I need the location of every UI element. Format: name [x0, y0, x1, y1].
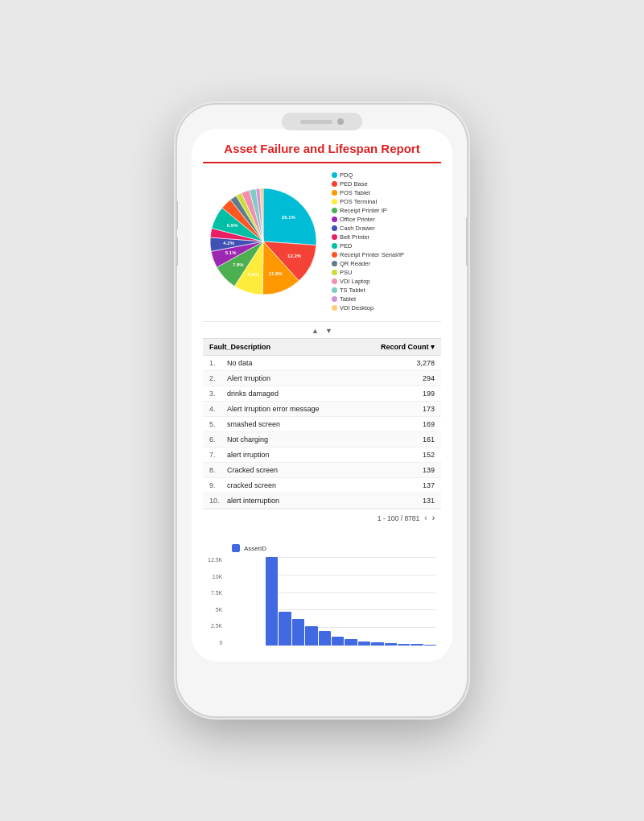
fault-table: Fault_Description Record Count ▾ 1. No d… — [203, 338, 441, 526]
bar-item[interactable] — [398, 644, 410, 646]
bar-item[interactable] — [279, 612, 291, 646]
legend-dot — [332, 252, 337, 258]
pagination-prev[interactable]: ‹ — [424, 514, 427, 522]
table-row[interactable]: 5. smashed screen 169 — [203, 417, 441, 432]
phone-shell: Asset Failure and Lifespan Report 26.1%1… — [177, 105, 467, 716]
table-row[interactable]: 8. Cracked screen 139 — [203, 463, 441, 478]
table-row[interactable]: 9. cracked screen 137 — [203, 478, 441, 493]
legend-item: Belt Printer — [332, 233, 441, 241]
table-row[interactable]: 1. No data 3,278 — [203, 356, 441, 371]
legend-dot — [332, 243, 337, 249]
bar-chart — [266, 557, 436, 646]
bar-item[interactable] — [358, 642, 370, 646]
bar-item[interactable] — [319, 631, 331, 646]
bar-legend-label: AssetID — [244, 545, 266, 552]
bar-item[interactable] — [385, 643, 397, 646]
legend-item: PED Base — [332, 180, 441, 188]
legend-label-text: POS Tablet — [340, 189, 370, 196]
bar-item[interactable] — [371, 642, 383, 646]
bar-item[interactable] — [411, 644, 423, 646]
legend-label-text: POS Terminal — [340, 198, 377, 205]
legend-label-text: QR Reader — [340, 260, 370, 267]
col-count-header[interactable]: Record Count ▾ — [381, 343, 435, 351]
legend-label-text: Office Printer — [340, 216, 375, 223]
svg-text:11.9%: 11.9% — [269, 271, 283, 276]
table-row[interactable]: 7. alert irruption 152 — [203, 448, 441, 463]
table-header: Fault_Description Record Count ▾ — [203, 338, 441, 356]
bar-chart-wrapper: 12.5K10K7.5K5K2.5K0 — [237, 557, 436, 646]
pagination-next[interactable]: › — [432, 514, 435, 522]
row-count: 139 — [423, 466, 435, 474]
row-number: 10. — [209, 497, 222, 505]
bar-item[interactable] — [332, 637, 344, 646]
bar-item[interactable] — [266, 557, 278, 646]
pie-chart-section: 26.1%12.2%11.9%8.9%7.8%5.1%4.2%6.9% PDQP… — [203, 171, 441, 322]
row-left: 1. No data — [209, 359, 253, 367]
table-row[interactable]: 6. Not charging 161 — [203, 432, 441, 448]
table-row[interactable]: 10. alert interruption 131 — [203, 493, 441, 509]
legend-label-text: VDI Laptop — [340, 278, 370, 285]
legend-dot — [332, 225, 337, 231]
pie-legend: PDQPED BasePOS TabletPOS TerminalReceipt… — [332, 171, 441, 311]
legend-label-text: Belt Printer — [340, 233, 369, 241]
row-number: 8. — [209, 466, 222, 474]
bar-item[interactable] — [345, 639, 357, 646]
svg-text:12.2%: 12.2% — [287, 254, 302, 258]
legend-item: PSU — [332, 269, 441, 276]
svg-text:7.8%: 7.8% — [233, 262, 244, 267]
legend-item: Office Printer — [332, 216, 441, 223]
legend-item: POS Tablet — [332, 189, 441, 196]
y-axis-label: 2.5K — [211, 623, 222, 629]
y-axis-label: 10K — [213, 574, 222, 580]
svg-text:4.2%: 4.2% — [223, 241, 234, 245]
legend-label-text: TS Tablet — [340, 287, 365, 294]
table-row[interactable]: 3. drinks damaged 199 — [203, 386, 441, 402]
table-row[interactable]: 4. Alert Irruption error message 173 — [203, 402, 441, 417]
row-left: 7. alert irruption — [209, 451, 270, 459]
legend-dot — [332, 234, 337, 240]
legend-label-text: Receipt Printer Serial/IP — [340, 251, 404, 258]
legend-item: VDI Laptop — [332, 278, 441, 285]
legend-label-text: PDQ — [340, 171, 353, 179]
bar-item[interactable] — [292, 619, 304, 646]
bar-item[interactable] — [305, 626, 317, 646]
pie-chart-container: 26.1%12.2%11.9%8.9%7.8%5.1%4.2%6.9% — [203, 181, 324, 302]
row-count: 131 — [423, 497, 435, 505]
camera — [337, 118, 344, 125]
row-count: 173 — [423, 405, 435, 413]
row-number: 5. — [209, 420, 222, 428]
bar-chart-section: AssetID 12.5K10K7.5K5K2.5K0 — [203, 538, 441, 650]
row-number: 9. — [209, 481, 222, 489]
table-pagination: 1 - 100 / 8781 ‹ › — [203, 509, 441, 526]
pie-nav-up[interactable]: ▲ — [312, 327, 319, 335]
legend-dot — [332, 208, 337, 213]
pie-navigation[interactable]: ▲ ▼ — [203, 327, 441, 335]
phone-screen: Asset Failure and Lifespan Report 26.1%1… — [192, 129, 452, 662]
legend-dot — [332, 287, 337, 293]
row-count: 294 — [423, 374, 435, 382]
row-number: 4. — [209, 405, 222, 413]
bar-item[interactable] — [424, 645, 436, 646]
bar-legend-color — [232, 544, 240, 552]
row-left: 4. Alert Irruption error message — [209, 405, 320, 413]
row-count: 169 — [423, 420, 435, 428]
bar-y-axis: 12.5K10K7.5K5K2.5K0 — [208, 557, 225, 646]
row-description: cracked screen — [227, 481, 276, 489]
row-description: alert interruption — [227, 497, 279, 505]
legend-item: QR Reader — [332, 260, 441, 267]
legend-item: Receipt Printer Serial/IP — [332, 251, 441, 258]
volume-up-button — [177, 201, 178, 229]
row-number: 1. — [209, 359, 222, 367]
speaker — [300, 120, 332, 124]
row-count: 161 — [423, 435, 435, 444]
y-axis-label: 0 — [219, 640, 222, 646]
legend-item: TS Tablet — [332, 287, 441, 294]
pie-nav-down[interactable]: ▼ — [325, 327, 332, 335]
pie-chart: 26.1%12.2%11.9%8.9%7.8%5.1%4.2%6.9% — [203, 181, 324, 302]
legend-dot — [332, 172, 337, 178]
row-left: 9. cracked screen — [209, 481, 276, 489]
row-count: 199 — [423, 390, 435, 398]
row-number: 7. — [209, 451, 222, 459]
table-row[interactable]: 2. Alert Irruption 294 — [203, 371, 441, 386]
row-count: 137 — [423, 481, 435, 489]
